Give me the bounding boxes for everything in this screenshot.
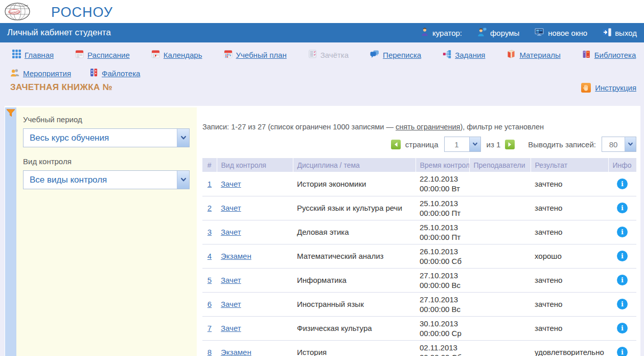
- svg-text:РосНОУ: РосНОУ: [9, 11, 21, 14]
- content-pane: Учебный период Весь курс обучения Вид ко…: [5, 106, 640, 356]
- nav-item-events[interactable]: Мероприятия: [10, 68, 71, 79]
- nav-item-materials[interactable]: Материалы: [507, 50, 560, 60]
- calendar-icon: [75, 50, 84, 60]
- teachers-cell: [469, 196, 531, 220]
- info-icon[interactable]: i: [617, 299, 628, 309]
- logout-link[interactable]: выход: [603, 28, 637, 38]
- table-row: 2 Зачет Русский язык и культура речи 25.…: [202, 196, 636, 220]
- forum-person-icon: [477, 28, 487, 38]
- new-window-link[interactable]: новое окно: [535, 28, 587, 38]
- people-icon: [10, 68, 19, 79]
- row-number-link[interactable]: 2: [208, 204, 212, 212]
- nav-item-messages[interactable]: Переписка: [370, 50, 421, 60]
- period-select[interactable]: Весь курс обучения: [23, 128, 190, 147]
- new-window-monitor-icon: [535, 28, 544, 38]
- period-label: Учебный период: [23, 115, 190, 124]
- teachers-cell: [469, 172, 531, 196]
- time-cell: 27.10.201300:00:00 Вс: [416, 292, 469, 316]
- study-plan-calendar-icon: [224, 50, 233, 60]
- row-number-link[interactable]: 4: [208, 252, 212, 260]
- control-type-link[interactable]: Зачет: [221, 228, 241, 236]
- chevron-down-icon: [177, 129, 189, 147]
- table-row: 4 Экзамен Математический анализ 26.10.20…: [202, 244, 636, 268]
- nav-item-home[interactable]: Главная: [12, 50, 54, 60]
- info-icon[interactable]: i: [617, 347, 628, 356]
- table-row: 3 Зачет Деловая этика 25.10.201300:00:00…: [202, 220, 636, 244]
- info-icon[interactable]: i: [617, 251, 628, 261]
- control-type-link[interactable]: Экзамен: [221, 252, 251, 260]
- result-cell: зачтено: [531, 268, 608, 292]
- discipline-cell: Математический анализ: [293, 244, 416, 268]
- info-icon[interactable]: i: [617, 227, 628, 237]
- control-type-link[interactable]: Зачет: [221, 204, 241, 212]
- table-row: 6 Зачет Иностранный язык 27.10.201300:00…: [202, 292, 636, 316]
- info-icon[interactable]: i: [617, 323, 628, 333]
- control-type-link[interactable]: Зачет: [221, 300, 241, 308]
- student-portal-page: РосНОУ РОСНОУ Личный кабинет студента ку…: [0, 0, 644, 356]
- discipline-cell: Деловая этика: [293, 220, 416, 244]
- page-title: ЗАЧЕТНАЯ КНИЖКА №: [10, 82, 112, 93]
- control-type-link[interactable]: Зачет: [221, 276, 241, 284]
- book-icon: [507, 50, 516, 60]
- nav-item-gradebook-current: Зачётка: [308, 50, 349, 60]
- instruction-link: Инструкция: [595, 83, 636, 92]
- nav-item-study-plan[interactable]: Учебный план: [224, 50, 287, 60]
- teachers-cell: [469, 340, 531, 356]
- control-type-select[interactable]: Все виды контроля: [23, 170, 190, 189]
- result-cell: хорошо: [531, 244, 608, 268]
- nav-item-calendar[interactable]: Календарь: [151, 50, 202, 60]
- time-cell: 02.11.201300:00:00 Сб: [416, 340, 469, 356]
- col-discipline: Дисциплина / тема: [293, 158, 416, 172]
- result-cell: зачтено: [531, 220, 608, 244]
- next-page-button[interactable]: [505, 140, 515, 149]
- per-page-label: Выводить записей:: [528, 140, 596, 149]
- chevron-down-icon: [177, 171, 189, 189]
- discipline-cell: История экономики: [293, 172, 416, 196]
- nav-row-1: Главная Расписание: [12, 46, 636, 63]
- discipline-cell: Информатика: [293, 268, 416, 292]
- table-row: 7 Зачет Физическая культура 30.10.201300…: [202, 316, 636, 340]
- time-cell: 27.10.201300:00:00 Вс: [416, 268, 469, 292]
- info-icon[interactable]: i: [617, 203, 628, 213]
- nav-item-tasks[interactable]: Задания: [443, 50, 485, 60]
- grades-table: # Вид контроля Дисциплина / тема Время к…: [202, 158, 636, 356]
- nav-item-library[interactable]: Библиотека: [582, 50, 636, 60]
- row-number-link[interactable]: 6: [208, 300, 212, 308]
- row-number-link[interactable]: 1: [208, 180, 212, 188]
- topbar-links: куратор: форумы: [421, 28, 637, 38]
- remove-limit-link[interactable]: снять ограничения: [396, 123, 461, 131]
- row-number-link[interactable]: 3: [208, 228, 212, 236]
- records-summary: Записи: 1-27 из 27 (список ограничен 100…: [202, 123, 636, 131]
- time-cell: 26.10.201300:00:00 Сб: [416, 244, 469, 268]
- forums-link[interactable]: форумы: [477, 28, 519, 38]
- prev-page-button[interactable]: [391, 140, 401, 149]
- instruction[interactable]: Инструкция: [581, 83, 636, 93]
- control-type-link[interactable]: Зачет: [221, 324, 241, 332]
- discipline-cell: Физическая культура: [293, 316, 416, 340]
- page-select[interactable]: 1: [444, 137, 481, 152]
- col-teachers: Преподаватели: [469, 158, 531, 172]
- per-page-select[interactable]: 80: [602, 137, 636, 152]
- page-of-label: из 1: [487, 140, 501, 149]
- table-row: 5 Зачет Информатика 27.10.201300:00:00 В…: [202, 268, 636, 292]
- col-info: Инфо: [608, 158, 636, 172]
- control-type-link[interactable]: Экзамен: [221, 348, 251, 356]
- table-row: 1 Зачет История экономики 22.10.201300:0…: [202, 172, 636, 196]
- chevron-down-icon: [625, 137, 636, 151]
- info-icon[interactable]: i: [617, 275, 628, 285]
- nav-item-filestore[interactable]: Файлотека: [89, 68, 140, 79]
- row-number-link[interactable]: 8: [208, 348, 212, 356]
- curator-person-icon: [421, 28, 429, 38]
- control-type-link[interactable]: Зачет: [221, 180, 241, 188]
- curator-link[interactable]: куратор:: [421, 28, 462, 38]
- teachers-cell: [469, 220, 531, 244]
- nav-item-schedule[interactable]: Расписание: [75, 50, 130, 60]
- title-row: ЗАЧЕТНАЯ КНИЖКА № Инструкция: [10, 82, 636, 93]
- exit-icon: [603, 28, 611, 38]
- row-number-link[interactable]: 5: [208, 276, 212, 284]
- info-icon[interactable]: i: [617, 179, 628, 189]
- time-cell: 22.10.201300:00:00 Вт: [416, 172, 469, 196]
- table-row: 8 Экзамен История 02.11.201300:00:00 Сб …: [202, 340, 636, 356]
- records-area: Записи: 1-27 из 27 (список ограничен 100…: [202, 106, 636, 356]
- row-number-link[interactable]: 7: [208, 324, 212, 332]
